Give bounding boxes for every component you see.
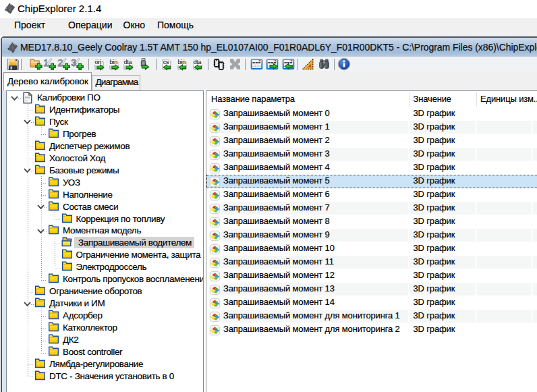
svg-text:cs: cs [163, 58, 169, 65]
svg-text:ori: ori [94, 58, 101, 65]
svg-text:bin: bin [177, 58, 186, 65]
svg-text:3: 3 [71, 57, 76, 68]
svg-text:1: 1 [43, 57, 49, 68]
svg-text:dta: dta [193, 58, 202, 65]
svg-text:2: 2 [57, 57, 63, 68]
svg-text:dta: dta [123, 58, 132, 65]
svg-text:bin: bin [109, 58, 117, 65]
